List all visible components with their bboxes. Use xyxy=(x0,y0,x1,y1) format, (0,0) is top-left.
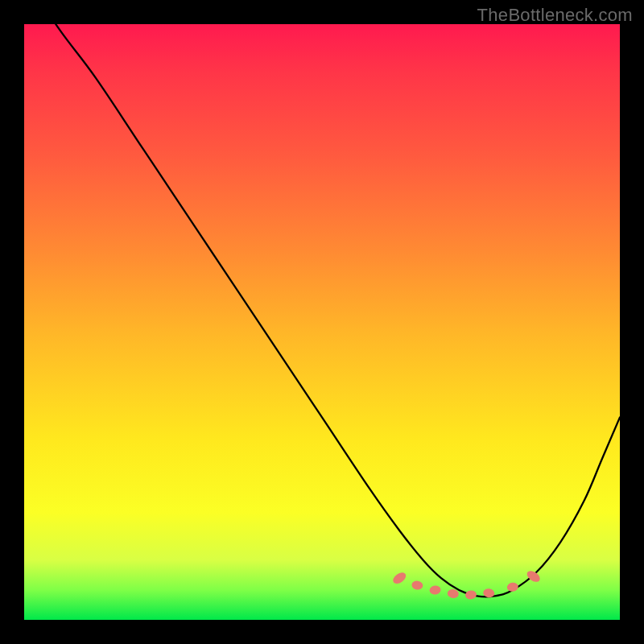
curve-marker xyxy=(506,582,518,592)
curve-marker xyxy=(429,585,441,596)
curve-markers xyxy=(391,568,543,600)
curve-marker xyxy=(464,589,477,600)
chart-svg xyxy=(24,24,620,620)
plot-area xyxy=(24,24,620,620)
watermark-label: TheBottleneck.com xyxy=(477,5,633,26)
curve-marker xyxy=(391,571,408,586)
bottleneck-curve xyxy=(24,24,620,597)
chart-frame: TheBottleneck.com xyxy=(0,0,644,644)
curve-marker xyxy=(411,580,423,591)
curve-marker xyxy=(525,568,542,584)
